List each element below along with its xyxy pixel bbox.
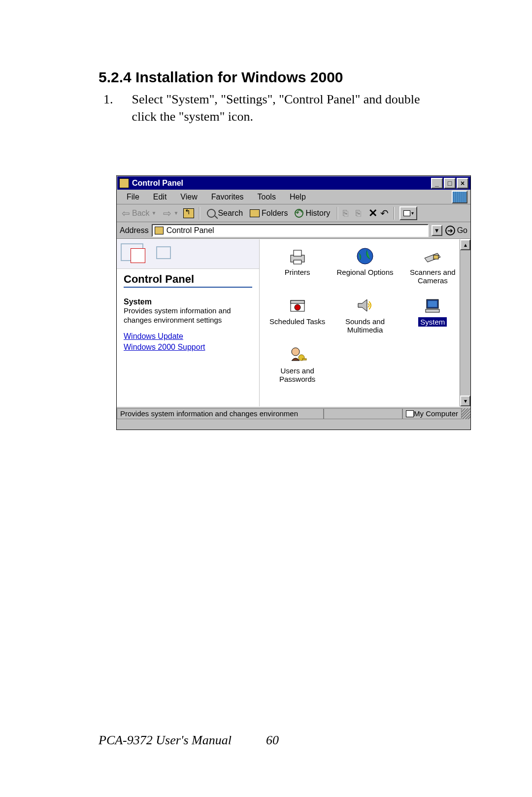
toolbar-separator <box>394 207 395 220</box>
views-icon <box>403 210 410 216</box>
up-button[interactable] <box>183 208 194 218</box>
scroll-up-button[interactable]: ▴ <box>460 239 470 250</box>
windows-2000-support-link[interactable]: Windows 2000 Support <box>124 343 252 352</box>
page-footer: PCA-9372 User's Manual 60 <box>99 733 433 748</box>
globe-icon <box>354 246 376 266</box>
footer-title: PCA-9372 User's Manual <box>99 733 232 748</box>
views-button[interactable]: ▾ <box>399 206 417 220</box>
svg-rect-12 <box>426 309 439 312</box>
svg-rect-15 <box>302 359 306 360</box>
icon-pane[interactable]: Printers Regional Options Scanners and C… <box>260 239 470 406</box>
icon-label: Printers <box>285 268 310 276</box>
search-button[interactable]: Search <box>205 208 245 219</box>
address-value: Control Panel <box>166 226 214 235</box>
icon-label: Sounds and Multimedia <box>331 317 399 334</box>
regional-options-item[interactable]: Regional Options <box>331 246 399 296</box>
banner-outline-icon <box>156 246 171 259</box>
scanner-icon <box>422 246 443 266</box>
forward-button[interactable]: ⇨ ▼ <box>161 206 180 220</box>
status-text: Provides system information and changes … <box>117 408 324 419</box>
scroll-down-button[interactable]: ▾ <box>460 396 470 406</box>
menu-favorites[interactable]: Favorites <box>204 192 251 202</box>
status-bar: Provides system information and changes … <box>117 406 470 420</box>
history-button[interactable]: History <box>293 208 332 219</box>
menu-edit[interactable]: Edit <box>146 192 174 202</box>
go-icon: ➜ <box>445 226 455 235</box>
address-bar: Address Control Panel ▼ ➜ Go <box>117 222 470 239</box>
sounds-multimedia-item[interactable]: Sounds and Multimedia <box>331 296 399 345</box>
address-cp-icon <box>155 227 164 234</box>
banner-flag-icon <box>131 248 145 263</box>
printers-item[interactable]: Printers <box>264 246 331 296</box>
system-item[interactable]: System <box>399 296 466 345</box>
status-middle <box>324 408 402 419</box>
section-heading: 5.2.4 Installation for Windows 2000 <box>99 69 443 86</box>
selected-item-name: System <box>124 298 252 306</box>
document-page: 5.2.4 Installation for Windows 2000 1. S… <box>0 0 532 125</box>
svg-rect-7 <box>291 300 304 303</box>
toolbar: ⇦ Back ▼ ⇨ ▼ Search Folders History ⎘ ⎘ … <box>117 204 470 222</box>
undo-button[interactable]: ↶ <box>380 207 389 219</box>
history-label: History <box>305 209 330 218</box>
status-zone: My Computer <box>402 408 462 419</box>
client-area: Control Panel System Provides system inf… <box>117 239 470 406</box>
search-icon <box>207 209 216 218</box>
folders-icon <box>250 209 260 217</box>
delete-button[interactable]: ✕ <box>368 207 377 220</box>
go-label: Go <box>457 226 467 235</box>
control-panel-icon <box>119 178 129 188</box>
back-arrow-icon: ⇦ <box>122 207 130 219</box>
vertical-scrollbar[interactable]: ▴ ▾ <box>460 239 470 406</box>
titlebar[interactable]: Control Panel _ □ × <box>117 176 470 190</box>
printers-icon <box>287 246 308 266</box>
scheduled-tasks-item[interactable]: Scheduled Tasks <box>264 296 331 345</box>
maximize-button[interactable]: □ <box>444 178 456 189</box>
scanners-cameras-item[interactable]: Scanners and Cameras <box>399 246 466 296</box>
go-button[interactable]: ➜ Go <box>445 226 467 235</box>
menu-help[interactable]: Help <box>283 192 313 202</box>
icon-label: Regional Options <box>336 268 393 276</box>
step-number: 1. <box>103 91 113 125</box>
copy-to-button[interactable]: ⎘ <box>356 208 366 218</box>
computer-icon <box>422 296 443 315</box>
address-label: Address <box>120 226 149 235</box>
address-input[interactable]: Control Panel <box>152 224 429 237</box>
address-dropdown-button[interactable]: ▼ <box>432 225 442 236</box>
folders-label: Folders <box>262 209 288 218</box>
svg-rect-5 <box>433 255 438 259</box>
my-computer-icon <box>406 410 414 417</box>
menubar: File Edit View Favorites Tools Help <box>117 190 470 204</box>
folders-button[interactable]: Folders <box>248 208 290 219</box>
search-label: Search <box>218 209 243 218</box>
left-pane: Control Panel System Provides system inf… <box>117 239 260 406</box>
svg-rect-1 <box>294 250 301 256</box>
views-dropdown-icon: ▾ <box>411 210 414 216</box>
selected-item-description: Provides system information and changes … <box>124 306 252 325</box>
menu-view[interactable]: View <box>173 192 204 202</box>
back-dropdown-icon: ▼ <box>152 210 157 216</box>
svg-point-3 <box>357 248 373 264</box>
ordered-step: 1. Select "System", "Settings", "Control… <box>99 91 443 125</box>
menubar-grip-icon <box>452 191 467 203</box>
svg-rect-2 <box>294 260 301 264</box>
move-to-button[interactable]: ⎘ <box>343 208 353 218</box>
step-text: Select "System", "Settings", "Control Pa… <box>132 91 444 125</box>
back-button[interactable]: ⇦ Back ▼ <box>120 206 158 220</box>
forward-dropdown-icon: ▼ <box>173 210 178 216</box>
menu-file[interactable]: File <box>120 192 146 202</box>
back-label: Back <box>132 209 150 218</box>
minimize-button[interactable]: _ <box>431 178 443 189</box>
svg-rect-11 <box>428 301 437 307</box>
windows-update-link[interactable]: Windows Update <box>124 332 252 341</box>
toolbar-separator <box>199 207 200 220</box>
scheduled-tasks-icon <box>287 296 308 315</box>
resize-grip-icon[interactable] <box>462 408 470 419</box>
menu-tools[interactable]: Tools <box>251 192 283 202</box>
users-passwords-item[interactable]: Users and Passwords <box>264 345 331 394</box>
icon-label: System <box>418 317 447 327</box>
close-button[interactable]: × <box>457 178 468 189</box>
forward-arrow-icon: ⇨ <box>163 207 171 219</box>
control-panel-window: Control Panel _ □ × File Edit View Favor… <box>116 175 471 430</box>
left-pane-banner <box>117 239 259 269</box>
svg-marker-9 <box>358 299 367 311</box>
